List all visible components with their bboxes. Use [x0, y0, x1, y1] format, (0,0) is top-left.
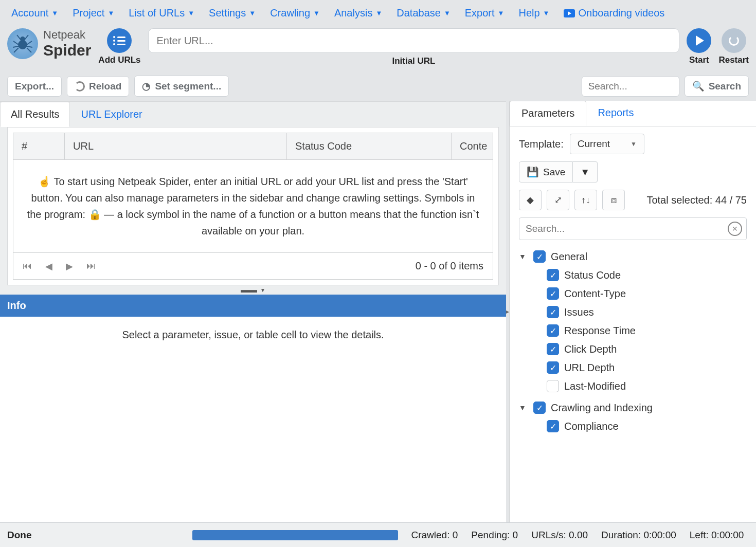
initial-url-input[interactable] — [148, 28, 680, 53]
pager-prev[interactable]: ◀ — [45, 261, 52, 272]
info-panel-header: Info — [0, 295, 506, 317]
results-search-button[interactable]: 🔍Search — [685, 76, 749, 97]
add-urls-action[interactable]: Add URLs — [98, 28, 140, 65]
expand-toggle[interactable]: ▼ — [519, 404, 528, 412]
save-button[interactable]: 💾Save — [519, 161, 573, 183]
pager-next[interactable]: ▶ — [66, 261, 73, 272]
menu-account[interactable]: Account▼ — [6, 4, 63, 22]
clear-params-button[interactable]: ◆ — [519, 190, 542, 210]
url-column: Initial URL — [148, 28, 680, 66]
menu-crawling[interactable]: Crawling▼ — [265, 4, 325, 22]
tab-all-results[interactable]: All Results — [0, 102, 70, 127]
status-duration: Duration: 0:00:00 — [601, 530, 676, 541]
results-grid: # URL Status Code Conte ☝️ To start usin… — [7, 127, 499, 285]
main-area: All Results URL Explorer # URL Status Co… — [0, 101, 756, 522]
sort-icon: ↑↓ — [581, 195, 590, 206]
restart-button[interactable] — [722, 28, 746, 53]
crop-icon: ⧈ — [611, 195, 617, 206]
total-selected-label: Total selected: 44 / 75 — [646, 194, 747, 206]
left-tabs: All Results URL Explorer — [0, 102, 506, 127]
checkbox-content-type[interactable] — [547, 287, 559, 300]
parameter-search: ✕ — [519, 217, 747, 240]
checkbox-click-depth[interactable] — [547, 343, 559, 355]
template-select[interactable]: Current▼ — [570, 134, 644, 154]
parameters-body: Template: Current▼ 💾Save ▼ ◆ ⤢ ↑↓ ⧈ Tota… — [510, 126, 756, 522]
parameter-tree: ▼ General Status Code Content-Type Issue… — [519, 247, 747, 435]
set-segment-button[interactable]: ◔Set segment... — [134, 76, 229, 97]
brand-text: Netpeak Spider — [43, 28, 91, 59]
checkbox-issues[interactable] — [547, 306, 559, 318]
checkbox-status-code[interactable] — [547, 269, 559, 281]
search-icon: 🔍 — [692, 80, 705, 92]
reload-button[interactable]: Reload — [67, 76, 129, 97]
crop-params-button[interactable]: ⧈ — [602, 190, 625, 210]
menu-settings[interactable]: Settings▼ — [204, 4, 261, 22]
pager-first[interactable]: ⏮ — [23, 261, 32, 272]
status-done: Done — [7, 530, 32, 541]
svg-point-1 — [21, 37, 25, 41]
menu-list-of-urls[interactable]: List of URLs▼ — [123, 4, 200, 22]
spider-icon — [7, 28, 38, 59]
parameter-search-input[interactable] — [519, 218, 728, 240]
col-number[interactable]: # — [13, 133, 65, 159]
menu-project[interactable]: Project▼ — [67, 4, 119, 22]
col-url[interactable]: URL — [65, 133, 287, 159]
menu-help[interactable]: Help▼ — [513, 4, 554, 22]
menu-onboarding-videos[interactable]: Onboarding videos — [559, 4, 670, 22]
tree-label: General — [551, 251, 587, 263]
checkbox-response-time[interactable] — [547, 324, 559, 337]
status-crawled: Crawled: 0 — [411, 530, 458, 541]
sort-params-button[interactable]: ↑↓ — [574, 190, 597, 210]
tree-label: Content-Type — [564, 288, 626, 300]
youtube-icon — [564, 9, 575, 17]
tab-reports[interactable]: Reports — [586, 101, 645, 126]
col-status-code[interactable]: Status Code — [287, 133, 452, 159]
pager: ⏮ ◀ ▶ ⏭ 0 - 0 of 0 items — [13, 253, 493, 280]
svg-point-0 — [19, 41, 27, 49]
reload-icon — [75, 81, 85, 92]
parameter-search-clear[interactable]: ✕ — [728, 222, 742, 236]
statusbar: Done Crawled: 0 Pending: 0 URLs/s: 0.00 … — [0, 522, 756, 547]
menu-export[interactable]: Export▼ — [460, 4, 510, 22]
tree-group-crawling-indexing: ▼ Crawling and Indexing Compliance — [519, 398, 747, 435]
export-button[interactable]: Export... — [7, 76, 62, 97]
collapse-icon: ⤢ — [554, 194, 562, 206]
progress-bar — [192, 530, 398, 540]
start-action[interactable]: Start — [687, 28, 711, 65]
horizontal-splitter[interactable]: ▬▬ ▼ — [0, 285, 506, 295]
menu-database[interactable]: Database▼ — [391, 4, 456, 22]
chevron-down-icon: ▼ — [580, 167, 590, 178]
checkbox-crawling-indexing[interactable] — [533, 402, 546, 414]
col-content-type[interactable]: Conte — [452, 133, 493, 159]
checkbox-url-depth[interactable] — [547, 361, 559, 374]
tree-label: Click Depth — [564, 343, 617, 355]
initial-url-caption: Initial URL — [392, 56, 435, 66]
status-left: Left: 0:00:00 — [690, 530, 744, 541]
checkbox-compliance[interactable] — [547, 420, 559, 432]
left-pane: All Results URL Explorer # URL Status Co… — [0, 101, 506, 522]
collapse-all-button[interactable]: ⤢ — [547, 190, 569, 210]
start-button[interactable] — [687, 28, 711, 53]
restart-action[interactable]: Restart — [718, 28, 749, 65]
checkbox-last-modified[interactable] — [547, 380, 559, 392]
tree-label: Issues — [564, 306, 594, 318]
hint-icon: ☝️ — [38, 176, 51, 187]
results-search-input[interactable] — [582, 76, 679, 97]
menu-analysis[interactable]: Analysis▼ — [329, 4, 387, 22]
start-label: Start — [689, 55, 709, 65]
expand-toggle[interactable]: ▼ — [519, 252, 528, 261]
tree-label: Compliance — [564, 421, 619, 432]
add-urls-button[interactable] — [107, 28, 132, 53]
template-label: Template: — [519, 138, 564, 150]
pager-last[interactable]: ⏭ — [86, 261, 96, 272]
save-dropdown[interactable]: ▼ — [573, 161, 598, 183]
tab-parameters[interactable]: Parameters — [510, 101, 586, 126]
menubar: Account▼ Project▼ List of URLs▼ Settings… — [0, 0, 756, 26]
tree-label: Last-Modified — [564, 380, 626, 392]
tab-url-explorer[interactable]: URL Explorer — [70, 102, 153, 127]
info-panel-body: Select a parameter, issue, or table cell… — [0, 317, 506, 522]
restart-label: Restart — [718, 55, 749, 65]
empty-state-hint: ☝️ To start using Netpeak Spider, enter … — [13, 160, 493, 253]
checkbox-general[interactable] — [533, 250, 546, 263]
restart-icon — [729, 35, 739, 46]
